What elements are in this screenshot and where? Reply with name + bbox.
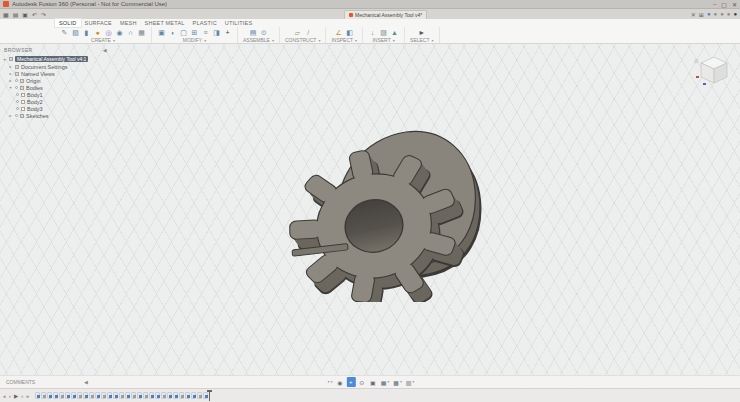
new-component-icon[interactable]: ▤ bbox=[248, 28, 257, 37]
browser-item-bodies[interactable]: ▾ Bodies bbox=[2, 84, 110, 91]
visibility-bulb-icon[interactable] bbox=[15, 86, 18, 89]
shell-icon[interactable]: ▢ bbox=[179, 28, 188, 37]
ribbon-tab[interactable]: UTILITIES bbox=[221, 19, 256, 27]
pipe-icon[interactable]: ∩ bbox=[126, 28, 135, 37]
grid-snaps-icon[interactable]: ▩▾ bbox=[392, 377, 402, 387]
decal-icon[interactable]: ▨ bbox=[379, 28, 388, 37]
timeline-feature-icon[interactable] bbox=[41, 392, 46, 399]
viewports-icon[interactable]: ▥▾ bbox=[405, 377, 415, 387]
browser-item-origin[interactable]: ▸ Origin bbox=[2, 77, 110, 84]
visibility-bulb-icon[interactable] bbox=[15, 79, 18, 82]
create-sketch-icon[interactable]: ✎ bbox=[60, 28, 69, 37]
browser-root-node[interactable]: ▾ Mechanical Assembly Tool v4:1 bbox=[2, 55, 110, 63]
comments-collapse-icon[interactable]: ◀ bbox=[84, 379, 88, 385]
close-icon[interactable]: ✕ bbox=[732, 1, 737, 8]
timeline-feature-icon[interactable] bbox=[53, 392, 58, 399]
timeline-feature-icon[interactable] bbox=[89, 392, 94, 399]
look-at-icon[interactable]: ◉ bbox=[336, 377, 345, 387]
gear-model[interactable] bbox=[282, 122, 482, 302]
ribbon-tab[interactable]: PLASTIC bbox=[189, 19, 221, 27]
fillet-icon[interactable]: ◗ bbox=[168, 28, 177, 37]
maximize-icon[interactable]: ▢ bbox=[721, 1, 727, 8]
joint-icon[interactable]: ⊙ bbox=[259, 28, 268, 37]
expand-arrow-icon[interactable]: ▸ bbox=[8, 78, 13, 83]
browser-item-sketches[interactable]: ▸ Sketches bbox=[2, 112, 110, 119]
step-back-icon[interactable]: ‹ bbox=[9, 393, 11, 399]
assemble-dropdown[interactable]: ASSEMBLE▾ bbox=[243, 37, 274, 44]
view-cube[interactable]: ⌂ bbox=[694, 50, 734, 90]
document-tab[interactable]: Mechanical Assembly Tool v4* bbox=[344, 10, 427, 19]
orbit-icon[interactable]: ◔▾ bbox=[325, 377, 334, 387]
ribbon-tab[interactable]: MESH bbox=[116, 19, 141, 27]
split-body-icon[interactable]: ◨ bbox=[212, 28, 221, 37]
timeline-feature-icon[interactable] bbox=[107, 392, 112, 399]
timeline-feature-icon[interactable] bbox=[149, 392, 154, 399]
create-dropdown[interactable]: CREATE▾ bbox=[91, 37, 115, 44]
notifications-icon[interactable]: ● bbox=[720, 11, 724, 17]
timeline-feature-icon[interactable] bbox=[185, 392, 190, 399]
browser-collapse-icon[interactable]: ◀ bbox=[103, 47, 107, 53]
browser-item-body[interactable]: Body2 bbox=[2, 98, 110, 105]
save-icon[interactable]: ▣ bbox=[22, 11, 28, 18]
pattern-icon[interactable]: ▦ bbox=[137, 28, 146, 37]
browser-item-body[interactable]: Body3 bbox=[2, 105, 110, 112]
undo-icon[interactable]: ↶ bbox=[32, 11, 37, 18]
comments-label[interactable]: COMMENTS bbox=[6, 379, 35, 385]
timeline-marker[interactable] bbox=[209, 390, 214, 401]
axis-icon[interactable]: / bbox=[304, 28, 313, 37]
visibility-bulb-icon[interactable] bbox=[15, 114, 18, 117]
box-icon[interactable]: ▧ bbox=[71, 28, 80, 37]
select-icon[interactable]: ► bbox=[417, 28, 426, 37]
timeline-feature-icon[interactable] bbox=[101, 392, 106, 399]
inspect-dropdown[interactable]: INSPECT▾ bbox=[331, 37, 357, 44]
step-forward-icon[interactable]: › bbox=[21, 393, 23, 399]
construct-dropdown[interactable]: CONSTRUCT▾ bbox=[285, 37, 320, 44]
timeline-feature-icon[interactable] bbox=[203, 392, 208, 399]
insert-dropdown[interactable]: INSERT▾ bbox=[372, 37, 394, 44]
modify-dropdown[interactable]: MODIFY▾ bbox=[183, 37, 206, 44]
sync-status-icon[interactable]: ● bbox=[707, 11, 711, 17]
torus-icon[interactable]: ◎ bbox=[104, 28, 113, 37]
offset-face-icon[interactable]: ≡ bbox=[201, 28, 210, 37]
fit-icon[interactable]: ▣ bbox=[369, 377, 378, 387]
timeline-feature-icon[interactable] bbox=[161, 392, 166, 399]
file-menu-icon[interactable]: ▤ bbox=[13, 11, 19, 18]
section-analysis-icon[interactable]: ◧ bbox=[345, 28, 354, 37]
visibility-bulb-icon[interactable] bbox=[16, 93, 19, 96]
timeline-feature-icon[interactable] bbox=[95, 392, 100, 399]
offset-plane-icon[interactable]: ▱ bbox=[293, 28, 302, 37]
insert-mesh-icon[interactable]: ▲ bbox=[390, 28, 399, 37]
coil-icon[interactable]: ◉ bbox=[115, 28, 124, 37]
browser-item-named-views[interactable]: ▸ Named Views bbox=[2, 70, 110, 77]
expand-arrow-icon[interactable]: ▸ bbox=[8, 71, 13, 76]
select-dropdown[interactable]: SELECT▾ bbox=[410, 37, 433, 44]
ribbon-tab[interactable]: SURFACE bbox=[81, 19, 116, 27]
display-settings-icon[interactable]: ▦▾ bbox=[380, 377, 390, 387]
timeline-feature-icon[interactable] bbox=[191, 392, 196, 399]
timeline-feature-icon[interactable] bbox=[59, 392, 64, 399]
visibility-bulb-icon[interactable] bbox=[16, 100, 19, 103]
extensions-icon[interactable]: ⊞ bbox=[699, 11, 704, 18]
expand-arrow-icon[interactable]: ▾ bbox=[8, 85, 13, 90]
timeline-feature-icon[interactable] bbox=[137, 392, 142, 399]
help-icon[interactable]: ● bbox=[727, 11, 731, 17]
combine-icon[interactable]: ⊞ bbox=[190, 28, 199, 37]
timeline-feature-icon[interactable] bbox=[71, 392, 76, 399]
timeline-feature-icon[interactable] bbox=[83, 392, 88, 399]
timeline-feature-icon[interactable] bbox=[35, 392, 40, 399]
ribbon-tab[interactable]: SHEET METAL bbox=[141, 19, 189, 27]
play-icon[interactable]: ▶ bbox=[14, 393, 18, 399]
timeline-feature-icon[interactable] bbox=[155, 392, 160, 399]
browser-item-document-settings[interactable]: ▸ Document Settings bbox=[2, 63, 110, 70]
job-status-icon[interactable]: ● bbox=[714, 11, 718, 17]
ribbon-tab[interactable]: SOLID bbox=[55, 19, 81, 27]
expand-arrow-icon[interactable]: ▸ bbox=[8, 113, 13, 118]
profile-avatar[interactable]: ● bbox=[733, 11, 737, 17]
minimize-icon[interactable]: – bbox=[713, 1, 716, 8]
measure-icon[interactable]: ∠ bbox=[334, 28, 343, 37]
timeline-feature-icon[interactable] bbox=[119, 392, 124, 399]
skip-to-start-icon[interactable]: « bbox=[3, 393, 6, 399]
timeline-feature-icon[interactable] bbox=[167, 392, 172, 399]
timeline-feature-icon[interactable] bbox=[173, 392, 178, 399]
pan-icon[interactable]: + bbox=[347, 377, 356, 387]
